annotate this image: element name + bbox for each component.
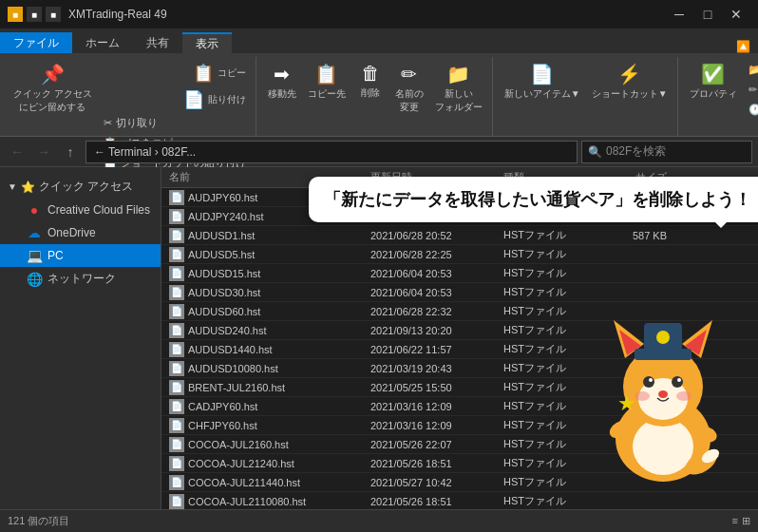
file-type: HSTファイル (503, 228, 598, 242)
col-header-date[interactable]: 更新日時 (370, 170, 503, 184)
file-type: HSTファイル (503, 266, 598, 280)
file-size: 121 KB (598, 420, 674, 431)
file-name-cell: 📄AUDUSD1.hst (161, 228, 370, 243)
file-name: AUDUSD240.hst (188, 325, 267, 336)
file-type: HSTファイル (503, 190, 598, 204)
view-grid-icon[interactable]: ⊞ (742, 515, 750, 527)
sidebar-item-onedrive[interactable]: ☁ OneDrive (0, 221, 161, 244)
table-row[interactable]: 📄CHFJPY60.hst2021/03/16 12:09HSTファイル121 … (161, 416, 758, 435)
address-path[interactable]: ← Terminal › 082F... (85, 141, 578, 163)
forward-button[interactable]: → (32, 141, 55, 163)
title-icon-2: ■ (27, 7, 42, 22)
close-button[interactable]: ✕ (722, 0, 750, 28)
tab-view[interactable]: 表示 (182, 32, 232, 53)
table-row[interactable]: 📄COCOA-JUL211440.hst2021/05/27 10:42HSTフ… (161, 473, 758, 492)
file-name: AUDUSD1.hst (188, 230, 255, 241)
table-row[interactable]: 📄AUDUSD15.hst2021/06/04 20:53HSTファイル (161, 264, 758, 283)
ribbon-btn-rename[interactable]: ✏ 名前の変更 (391, 61, 427, 116)
ribbon-btn-new-item[interactable]: 📄 新しいアイテム▼ (501, 61, 584, 103)
table-row[interactable]: 📄CADJPY60.hst2021/03/16 12:09HSTファイル121 … (161, 397, 758, 416)
sidebar-item-creative-cloud[interactable]: ● Creative Cloud Files (0, 199, 161, 221)
file-name: AUDJPY60.hst (188, 192, 257, 203)
ribbon-col-properties: 📂 開く ✏ 編集 🕐 履歴 (745, 61, 758, 119)
ribbon-btn-move[interactable]: ➡ 移動先 (264, 61, 300, 103)
file-type: HSTファイル (503, 247, 598, 261)
table-row[interactable]: 📄AUDUSD5.hst2021/06/28 22:25HSTファイル (161, 245, 758, 264)
table-row[interactable]: 📄AUDUSD240.hst2021/09/13 20:20HSTファイル (161, 321, 758, 340)
table-row[interactable]: 📄AUDUSD60.hst2021/06/28 22:32HSTファイル (161, 302, 758, 321)
file-icon: 📄 (169, 266, 184, 281)
table-row[interactable]: 📄AUDJPY60.hst2021/08/09 15:13HSTファイル21 (161, 188, 758, 207)
onedrive-icon: ☁ (27, 225, 42, 240)
sidebar-creative-label: Creative Cloud Files (47, 203, 150, 217)
table-row[interactable]: 📄COCOA-JUL21240.hst2021/05/26 18:51HSTファ… (161, 454, 758, 473)
file-date: 2021/03/16 12:09 (370, 420, 503, 431)
file-name-cell: 📄COCOA-JUL211440.hst (161, 475, 370, 490)
file-icon: 📄 (169, 399, 184, 414)
tab-home[interactable]: ホーム (72, 32, 133, 53)
shortcut-label: ショートカット▼ (592, 87, 668, 101)
status-view-controls: ≡ ⊞ (732, 515, 750, 527)
ribbon-chevron[interactable]: 🔼 (736, 40, 758, 53)
move-icon: ➡ (274, 63, 290, 86)
file-name-cell: 📄AUDJPY60.hst (161, 190, 370, 205)
ribbon-btn-edit[interactable]: ✏ 編集 (745, 81, 758, 99)
file-name: COCOA-JUL2110080.hst (188, 496, 306, 507)
properties-label: プロパティ (690, 87, 737, 101)
file-name-cell: 📄BRENT-JUL2160.hst (161, 380, 370, 395)
file-date: 2021/05/26 22:07 (370, 439, 503, 450)
file-name: COCOA-JUL21240.hst (188, 458, 294, 469)
pc-icon: 💻 (27, 248, 42, 263)
col-header-size[interactable]: サイズ (598, 170, 674, 184)
back-button[interactable]: ← (6, 141, 28, 163)
file-name-cell: 📄AUDJPY240.hst (161, 209, 370, 224)
file-name: CHFJPY60.hst (188, 420, 257, 431)
ribbon-btn-paste[interactable]: 📄 貼り付け (100, 87, 250, 112)
ribbon-btn-shortcut[interactable]: ⚡ ショートカット▼ (588, 61, 672, 103)
ribbon-btn-copy[interactable]: 📋 コピー (100, 61, 250, 86)
tab-file[interactable]: ファイル (0, 32, 72, 53)
sidebar-item-pc[interactable]: 💻 PC (0, 244, 161, 267)
table-row[interactable]: 📄COCOA-JUL2160.hst2021/05/26 22:07HSTファイ… (161, 435, 758, 454)
file-type: HSTファイル (503, 285, 598, 299)
file-icon: 📄 (169, 190, 184, 205)
tab-share[interactable]: 共有 (133, 32, 182, 53)
table-row[interactable]: 📄AUDJPY240.hst2021/03/11 20:25HSTファイル121… (161, 207, 758, 226)
file-type: HSTファイル (503, 437, 598, 451)
table-row[interactable]: 📄COCOA-JUL2110080.hst2021/05/26 18:51HST… (161, 492, 758, 509)
maximize-button[interactable]: □ (693, 0, 722, 28)
file-table-header: 名前 更新日時 種類 サイズ (161, 167, 758, 188)
file-size: 587 KB (598, 230, 674, 241)
sidebar-item-network[interactable]: 🌐 ネットワーク (0, 267, 161, 291)
search-box[interactable]: 🔍 082Fを検索 (581, 141, 752, 163)
ribbon-btn-new-folder[interactable]: 📁 新しいフォルダー (431, 61, 486, 116)
col-header-type[interactable]: 種類 (503, 170, 598, 184)
table-row[interactable]: 📄AUDUSD10080.hst2021/03/19 20:43HSTファイル (161, 359, 758, 378)
file-type: HSTファイル (503, 323, 598, 337)
view-list-icon[interactable]: ≡ (732, 515, 738, 527)
table-row[interactable]: 📄AUDUSD1440.hst2021/06/22 11:57HSTファイル (161, 340, 758, 359)
rename-label: 名前の変更 (395, 87, 424, 114)
ribbon-btn-pin[interactable]: 📌 クイック アクセスにピン留めする (9, 61, 96, 116)
ribbon-btn-open[interactable]: 📂 開く (745, 61, 758, 79)
ribbon-btn-properties[interactable]: ✅ プロパティ (686, 61, 741, 103)
table-row[interactable]: 📄AUDUSD1.hst2021/06/28 20:52HSTファイル587 K… (161, 226, 758, 245)
file-name: AUDUSD60.hst (188, 306, 260, 317)
minimize-button[interactable]: ─ (665, 0, 693, 28)
file-icon: 📄 (169, 494, 184, 509)
file-name-cell: 📄CADJPY60.hst (161, 399, 370, 414)
ribbon-organize-content: ➡ 移動先 📋 コピー先 🗑 削除 ✏ 名前の変更 📁 新しいフォルダー (264, 57, 486, 130)
table-row[interactable]: 📄AUDUSD30.hst2021/06/04 20:53HSTファイル (161, 283, 758, 302)
up-button[interactable]: ↑ (59, 141, 82, 163)
ribbon-btn-delete[interactable]: 🗑 削除 (353, 61, 388, 102)
file-date: 2021/06/22 11:57 (370, 344, 503, 355)
address-path-text: ← Terminal › 082F... (94, 145, 196, 159)
file-name-cell: 📄AUDUSD15.hst (161, 266, 370, 281)
ribbon-btn-history[interactable]: 🕐 履歴 (745, 101, 758, 119)
col-header-name[interactable]: 名前 (161, 170, 370, 184)
title-bar-icons: ■ ■ ■ (8, 7, 61, 22)
table-row[interactable]: 📄BRENT-JUL2160.hst2021/05/25 15:50HSTファイ… (161, 378, 758, 397)
sidebar-section-quick-access[interactable]: ▼ ⭐ クイック アクセス (0, 175, 161, 199)
ribbon-btn-copy-to[interactable]: 📋 コピー先 (304, 61, 350, 103)
ribbon-btn-cut[interactable]: ✂ 切り取り (100, 114, 250, 132)
